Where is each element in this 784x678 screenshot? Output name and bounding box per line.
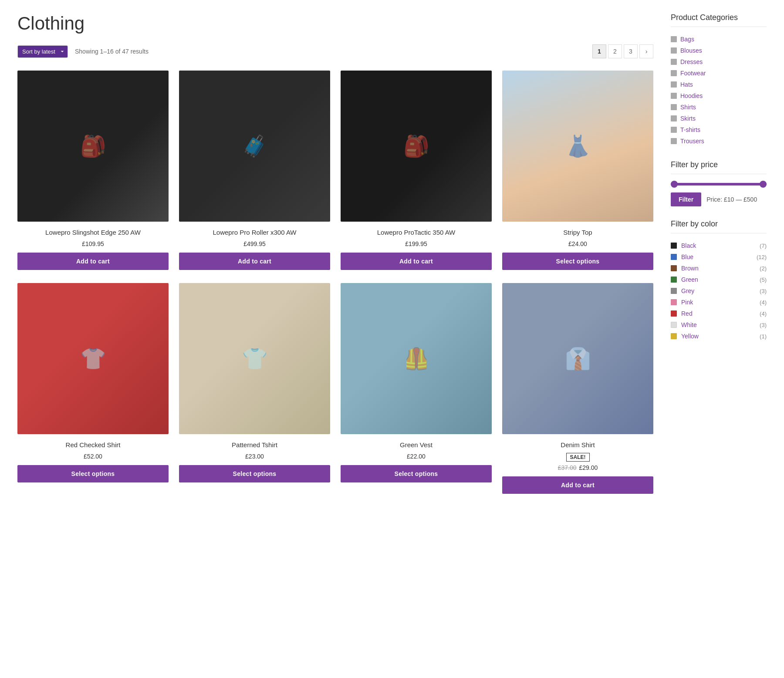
color-link-green[interactable]: Green: [681, 276, 755, 283]
color-swatch-green: [671, 277, 677, 283]
select-options-btn-p5[interactable]: Select options: [17, 465, 169, 482]
select-options-btn-p6[interactable]: Select options: [179, 465, 330, 482]
color-count-black: (7): [760, 243, 767, 249]
color-link-yellow[interactable]: Yellow: [681, 333, 755, 340]
filter-button[interactable]: Filter: [671, 192, 701, 206]
category-item: T-shirts: [671, 126, 767, 133]
products-grid: 🎒Lowepro Slingshot Edge 250 AW£109.95Add…: [17, 71, 653, 494]
color-link-blue[interactable]: Blue: [681, 253, 752, 260]
color-link-white[interactable]: White: [681, 321, 755, 328]
product-card-p5: 👕Red Checked Shirt£52.00Select options: [17, 283, 169, 494]
color-item: Blue(12): [671, 253, 767, 260]
folder-icon: [671, 81, 677, 88]
color-count-grey: (3): [760, 288, 767, 294]
product-name-p5: Red Checked Shirt: [66, 440, 121, 449]
main-content: Clothing Sort by latest Showing 1–16 of …: [17, 13, 653, 511]
add-to-cart-btn-p1[interactable]: Add to cart: [17, 253, 169, 270]
color-swatch-blue: [671, 254, 677, 260]
product-price-p2: £499.95: [243, 240, 266, 247]
price-slider-handle-left[interactable]: [671, 181, 678, 188]
sidebar: Product Categories BagsBlousesDressesFoo…: [671, 13, 767, 511]
color-item: Pink(4): [671, 299, 767, 306]
product-image-p5: 👕: [17, 283, 169, 434]
color-link-pink[interactable]: Pink: [681, 299, 755, 306]
add-to-cart-btn-p8[interactable]: Add to cart: [502, 476, 653, 494]
product-image-p2: 🧳: [179, 71, 330, 222]
toolbar: Sort by latest Showing 1–16 of 47 result…: [17, 44, 653, 58]
product-image-icon-p3: 🎒: [341, 71, 492, 222]
select-options-btn-p4[interactable]: Select options: [502, 253, 653, 270]
product-price-p8: £37.00£29.00: [558, 464, 598, 471]
folder-icon: [671, 59, 677, 65]
sale-badge-p8: SALE!: [566, 453, 590, 462]
category-item: Bags: [671, 36, 767, 43]
pagination: 1 2 3 ›: [592, 44, 653, 58]
color-item: Green(5): [671, 276, 767, 283]
color-count-brown: (2): [760, 265, 767, 272]
product-image-icon-p7: 🦺: [341, 283, 492, 434]
product-name-p8: Denim Shirt: [561, 440, 595, 449]
category-link-bags[interactable]: Bags: [680, 36, 694, 43]
category-link-trousers[interactable]: Trousers: [680, 138, 704, 145]
page-btn-2[interactable]: 2: [608, 44, 622, 58]
color-swatch-red: [671, 310, 677, 317]
results-count: Showing 1–16 of 47 results: [75, 48, 149, 55]
color-item: Yellow(1): [671, 333, 767, 340]
select-options-btn-p7[interactable]: Select options: [341, 465, 492, 482]
page-btn-next[interactable]: ›: [639, 44, 653, 58]
color-swatch-white: [671, 322, 677, 328]
color-link-brown[interactable]: Brown: [681, 265, 755, 272]
category-item: Skirts: [671, 115, 767, 122]
add-to-cart-btn-p3[interactable]: Add to cart: [341, 253, 492, 270]
folder-icon: [671, 115, 677, 121]
product-image-icon-p6: 👕: [179, 283, 330, 434]
add-to-cart-btn-p2[interactable]: Add to cart: [179, 253, 330, 270]
color-link-grey[interactable]: Grey: [681, 287, 755, 294]
color-count-green: (5): [760, 277, 767, 283]
category-link-blouses[interactable]: Blouses: [680, 47, 702, 54]
color-count-yellow: (1): [760, 333, 767, 340]
folder-icon: [671, 127, 677, 133]
folder-icon: [671, 138, 677, 144]
price-slider-handle-right[interactable]: [760, 181, 767, 188]
product-image-icon-p4: 👗: [502, 71, 653, 222]
product-price-p3: £199.95: [405, 240, 427, 247]
product-image-icon-p1: 🎒: [17, 71, 169, 222]
category-link-hoodies[interactable]: Hoodies: [680, 92, 703, 99]
category-item: Hats: [671, 81, 767, 88]
category-link-t-shirts[interactable]: T-shirts: [680, 126, 700, 133]
product-image-p6: 👕: [179, 283, 330, 434]
page-wrapper: Clothing Sort by latest Showing 1–16 of …: [0, 0, 784, 524]
product-price-p1: £109.95: [82, 240, 104, 247]
color-link-red[interactable]: Red: [681, 310, 755, 317]
product-card-p2: 🧳Lowepro Pro Roller x300 AW£499.95Add to…: [179, 71, 330, 270]
category-link-shirts[interactable]: Shirts: [680, 104, 696, 111]
product-card-p6: 👕Patterned Tshirt£23.00Select options: [179, 283, 330, 494]
product-name-p1: Lowepro Slingshot Edge 250 AW: [45, 228, 141, 237]
sort-select[interactable]: Sort by latest: [17, 45, 68, 58]
category-item: Dresses: [671, 58, 767, 65]
category-link-dresses[interactable]: Dresses: [680, 58, 703, 65]
page-btn-3[interactable]: 3: [624, 44, 638, 58]
color-swatch-black: [671, 243, 677, 249]
product-image-icon-p8: 👔: [502, 283, 653, 434]
product-card-p3: 🎒Lowepro ProTactic 350 AW£199.95Add to c…: [341, 71, 492, 270]
page-btn-1[interactable]: 1: [592, 44, 606, 58]
color-link-black[interactable]: Black: [681, 242, 755, 249]
page-title: Clothing: [17, 13, 653, 34]
color-count-pink: (4): [760, 299, 767, 306]
color-swatch-grey: [671, 288, 677, 294]
color-swatch-yellow: [671, 333, 677, 339]
product-card-p1: 🎒Lowepro Slingshot Edge 250 AW£109.95Add…: [17, 71, 169, 270]
color-item: Grey(3): [671, 287, 767, 294]
product-image-p3: 🎒: [341, 71, 492, 222]
price-slider[interactable]: [671, 183, 767, 186]
product-price-p6: £23.00: [245, 453, 264, 460]
category-link-footwear[interactable]: Footwear: [680, 70, 706, 77]
color-item: Red(4): [671, 310, 767, 317]
category-list: BagsBlousesDressesFootwearHatsHoodiesShi…: [671, 36, 767, 145]
color-count-white: (3): [760, 322, 767, 328]
category-link-skirts[interactable]: Skirts: [680, 115, 696, 122]
folder-icon: [671, 47, 677, 54]
category-link-hats[interactable]: Hats: [680, 81, 693, 88]
